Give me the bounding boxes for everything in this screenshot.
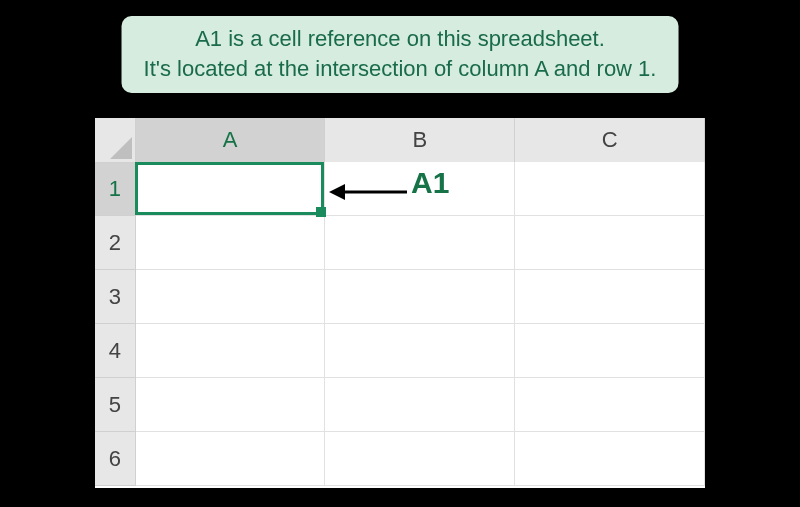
caption-box: A1 is a cell reference on this spreadshe… — [122, 16, 679, 93]
row-6: 6 — [95, 432, 705, 486]
row-1: 1 — [95, 162, 705, 216]
column-header-b[interactable]: B — [325, 118, 515, 163]
cell-c2[interactable] — [515, 216, 705, 270]
cell-a6[interactable] — [136, 432, 326, 486]
row-header-4[interactable]: 4 — [95, 324, 136, 378]
cell-b6[interactable] — [325, 432, 515, 486]
row-3: 3 — [95, 270, 705, 324]
cell-c4[interactable] — [515, 324, 705, 378]
column-header-a[interactable]: A — [136, 118, 326, 163]
row-header-1[interactable]: 1 — [95, 162, 136, 216]
cell-b2[interactable] — [325, 216, 515, 270]
row-5: 5 — [95, 378, 705, 432]
caption-line-2: It's located at the intersection of colu… — [144, 54, 657, 84]
cell-a5[interactable] — [136, 378, 326, 432]
cell-a2[interactable] — [136, 216, 326, 270]
spreadsheet[interactable]: A B C 1 2 3 4 5 — [95, 118, 705, 488]
svg-marker-0 — [110, 137, 132, 159]
row-header-2[interactable]: 2 — [95, 216, 136, 270]
row-4: 4 — [95, 324, 705, 378]
cell-a3[interactable] — [136, 270, 326, 324]
cell-c6[interactable] — [515, 432, 705, 486]
row-header-5[interactable]: 5 — [95, 378, 136, 432]
select-all-triangle-icon — [110, 137, 132, 159]
select-all-corner[interactable] — [95, 118, 136, 163]
cell-a1[interactable] — [136, 162, 326, 216]
column-header-row: A B C — [95, 118, 705, 162]
row-header-3[interactable]: 3 — [95, 270, 136, 324]
row-2: 2 — [95, 216, 705, 270]
cell-b1[interactable] — [325, 162, 515, 216]
row-header-6[interactable]: 6 — [95, 432, 136, 486]
caption-line-1: A1 is a cell reference on this spreadshe… — [144, 24, 657, 54]
stage: A1 is a cell reference on this spreadshe… — [0, 0, 800, 507]
cell-b3[interactable] — [325, 270, 515, 324]
cell-c1[interactable] — [515, 162, 705, 216]
column-header-c[interactable]: C — [515, 118, 705, 163]
cell-a4[interactable] — [136, 324, 326, 378]
cell-b4[interactable] — [325, 324, 515, 378]
cell-b5[interactable] — [325, 378, 515, 432]
cell-c3[interactable] — [515, 270, 705, 324]
cell-c5[interactable] — [515, 378, 705, 432]
